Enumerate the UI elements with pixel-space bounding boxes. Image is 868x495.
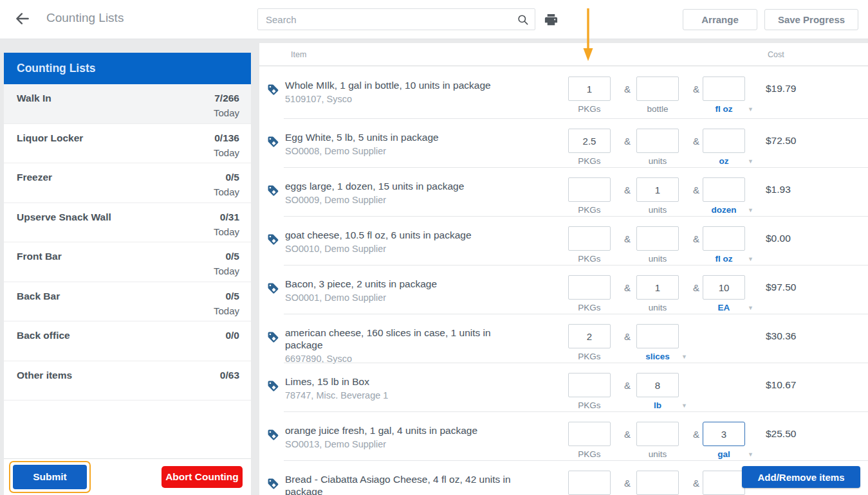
unit-dropdown[interactable]: dozen▼ xyxy=(703,205,745,215)
count-input-0[interactable] xyxy=(568,471,611,495)
unit-label: PKGs xyxy=(568,104,611,114)
save-progress-button[interactable]: Save Progress xyxy=(764,9,858,30)
count-group-0: PKGs xyxy=(568,129,611,166)
unit-label: PKGs xyxy=(568,205,611,215)
search-container xyxy=(257,8,535,30)
item-text: Whole MIlk, 1 gal in bottle, 10 units in… xyxy=(285,79,530,104)
ampersand: & xyxy=(690,233,703,244)
item-text: Egg White, 5 lb, 5 units in packageSO000… xyxy=(285,131,530,156)
count-input-0[interactable] xyxy=(568,226,611,251)
count-input-1[interactable] xyxy=(636,129,679,153)
sidebar-list: Walk In7/266TodayLiquor Locker0/136Today… xyxy=(4,84,251,401)
sidebar-item-label: Back office xyxy=(17,330,70,341)
count-inputs: PKGs&units&fl oz▼ xyxy=(568,216,769,265)
unit-label: units xyxy=(636,303,679,312)
count-input-0[interactable] xyxy=(568,422,611,446)
sidebar-item-when: Today xyxy=(214,305,239,316)
sidebar-item-back-office[interactable]: Back office0/0 xyxy=(4,321,251,361)
item-subtitle: SO0008, Demo Supplier xyxy=(285,146,530,156)
item-title: Limes, 15 lb in Box xyxy=(285,375,530,388)
count-input-2[interactable] xyxy=(703,226,745,251)
ampersand: & xyxy=(690,282,703,293)
count-input-1[interactable] xyxy=(636,226,679,251)
chevron-down-icon: ▼ xyxy=(748,305,753,311)
sidebar-footer: Submit Abort Counting xyxy=(4,458,251,495)
item-title: Bacon, 3 piece, 2 units in package xyxy=(285,278,530,290)
unit-dropdown[interactable]: fl oz▼ xyxy=(703,104,745,114)
submit-button[interactable]: Submit xyxy=(13,465,87,489)
search-icon[interactable] xyxy=(517,14,529,26)
count-input-0[interactable] xyxy=(568,177,611,202)
unit-dropdown[interactable]: oz▼ xyxy=(703,156,745,166)
sidebar-item-label: Liquor Locker xyxy=(17,132,83,144)
column-header-cost: Cost xyxy=(768,50,784,59)
sidebar-item-when: Today xyxy=(214,266,239,276)
sidebar-item-when: Today xyxy=(214,186,239,197)
count-input-2[interactable] xyxy=(703,275,745,300)
count-input-0[interactable] xyxy=(568,373,611,397)
count-input-2[interactable] xyxy=(703,76,745,101)
table-body: Whole MIlk, 1 gal in bottle, 10 units in… xyxy=(259,66,868,495)
count-inputs: PKGs&slices▼ xyxy=(568,314,769,363)
unit-dropdown[interactable]: gal▼ xyxy=(703,449,745,459)
item-text: Bread - Ciabatta Asiago Cheese, 4 fl oz,… xyxy=(285,473,530,495)
unit-dropdown[interactable]: fl oz▼ xyxy=(703,254,745,264)
count-input-1[interactable] xyxy=(636,76,679,101)
sidebar-item-front-bar[interactable]: Front Bar0/5Today xyxy=(4,242,251,282)
print-icon[interactable] xyxy=(544,12,559,27)
sidebar-item-freezer[interactable]: Freezer0/5Today xyxy=(4,163,251,203)
back-arrow-icon[interactable] xyxy=(14,10,31,27)
unit-dropdown[interactable]: lb▼ xyxy=(636,401,679,410)
count-input-2[interactable] xyxy=(703,471,745,495)
count-inputs: && xyxy=(568,460,769,495)
count-input-2[interactable] xyxy=(703,129,745,153)
item-title: orange juice fresh, 1 gal, 4 units in pa… xyxy=(285,424,530,437)
unit-label: PKGs xyxy=(568,303,611,312)
ampersand: & xyxy=(621,136,634,147)
count-input-2[interactable] xyxy=(703,422,745,446)
unit-dropdown-label: EA xyxy=(718,303,730,312)
add-remove-items-button[interactable]: Add/Remove items xyxy=(742,466,860,488)
unit-dropdown[interactable]: EA▼ xyxy=(703,303,745,312)
count-group-0: PKGs xyxy=(568,422,611,459)
count-group-1: units xyxy=(636,422,679,459)
item-text: orange juice fresh, 1 gal, 4 units in pa… xyxy=(285,424,530,449)
abort-counting-button[interactable]: Abort Counting xyxy=(162,466,243,488)
count-input-0[interactable] xyxy=(568,76,611,101)
count-input-1[interactable] xyxy=(636,422,679,446)
table-row: Egg White, 5 lb, 5 units in packageSO000… xyxy=(259,118,868,167)
count-group-1: units xyxy=(636,275,679,312)
count-input-0[interactable] xyxy=(568,275,611,300)
sidebar-item-label: Freezer xyxy=(17,172,52,183)
unit-dropdown-label: slices xyxy=(645,352,670,361)
count-input-1[interactable] xyxy=(636,324,679,348)
count-group-0: PKGs xyxy=(568,324,611,361)
count-input-0[interactable] xyxy=(568,324,611,348)
count-inputs: PKGs&lb▼ xyxy=(568,363,769,411)
chevron-down-icon: ▼ xyxy=(748,451,753,458)
sidebar-item-other-items[interactable]: Other items0/63 xyxy=(4,361,251,401)
sidebar-item-upserve-snack-wall[interactable]: Upserve Snack Wall0/31Today xyxy=(4,203,251,243)
item-title: eggs large, 1 dozen, 15 units in package xyxy=(285,180,530,192)
count-group-0: PKGs xyxy=(568,177,611,215)
search-input[interactable] xyxy=(257,8,535,30)
count-input-1[interactable] xyxy=(636,373,679,397)
count-input-1[interactable] xyxy=(636,177,679,202)
count-input-1[interactable] xyxy=(636,275,679,300)
count-input-1[interactable] xyxy=(636,471,679,495)
tag-icon xyxy=(267,184,279,197)
item-title: goat cheese, 10.5 fl oz, 6 units in pack… xyxy=(285,229,530,241)
arrange-button[interactable]: Arrange xyxy=(683,9,757,30)
item-title: Egg White, 5 lb, 5 units in package xyxy=(285,131,530,143)
sidebar-item-back-bar[interactable]: Back Bar0/5Today xyxy=(4,282,251,322)
sidebar-item-count: 0/0 xyxy=(225,330,239,341)
sidebar-item-liquor-locker[interactable]: Liquor Locker0/136Today xyxy=(4,124,251,164)
count-inputs: PKGs&units&dozen▼ xyxy=(568,167,769,216)
count-group-1: bottle xyxy=(636,76,679,114)
column-header-item: Item xyxy=(291,50,306,59)
item-text: american cheese, 160 slices in case, 1 u… xyxy=(285,327,530,364)
count-input-2[interactable] xyxy=(703,177,745,202)
sidebar-item-walk-in[interactable]: Walk In7/266Today xyxy=(4,84,251,124)
unit-dropdown[interactable]: slices▼ xyxy=(636,352,679,361)
count-input-0[interactable] xyxy=(568,129,611,153)
